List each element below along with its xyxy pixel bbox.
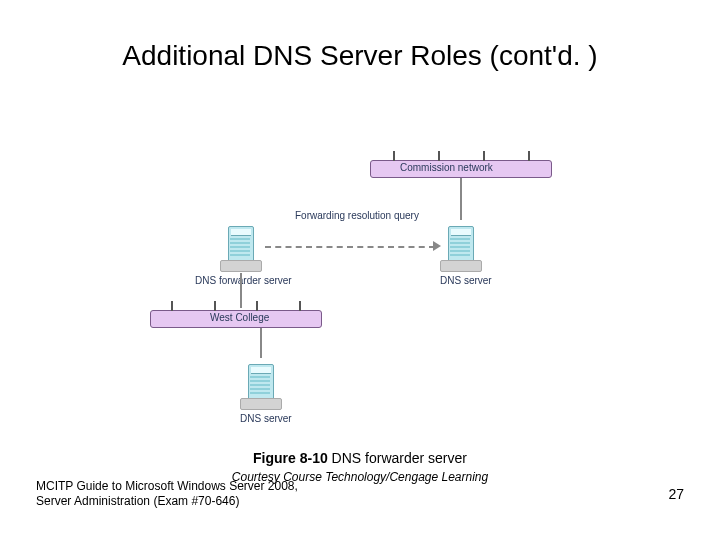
figure-caption: Figure 8-10 DNS forwarder server bbox=[0, 450, 720, 466]
dns-server-bottom-icon bbox=[240, 358, 280, 410]
page-number: 27 bbox=[668, 486, 684, 502]
forwarding-arrowhead-icon bbox=[433, 241, 441, 251]
dns-server-right-icon bbox=[440, 220, 480, 272]
dns-forwarder-server-label: DNS forwarder server bbox=[195, 275, 292, 286]
footer-line-1: MCITP Guide to Microsoft Windows Server … bbox=[36, 479, 298, 495]
figure-number: Figure 8-10 bbox=[253, 450, 332, 466]
commission-network-label: Commission network bbox=[400, 162, 493, 173]
west-college-label: West College bbox=[210, 312, 269, 323]
connector-commission-to-dns bbox=[460, 178, 462, 220]
forwarding-query-label: Forwarding resolution query bbox=[295, 210, 419, 221]
footer-citation: MCITP Guide to Microsoft Windows Server … bbox=[36, 479, 298, 510]
dns-server-right-label: DNS server bbox=[440, 275, 492, 286]
dns-server-bottom-label: DNS server bbox=[240, 413, 292, 424]
dns-forwarder-server-icon bbox=[220, 220, 260, 272]
slide-title: Additional DNS Server Roles (cont'd. ) bbox=[0, 40, 720, 72]
figure-title: DNS forwarder server bbox=[332, 450, 467, 466]
footer-line-2: Server Administration (Exam #70-646) bbox=[36, 494, 298, 510]
connector-westcollege-to-dns bbox=[260, 328, 262, 358]
forwarding-arrow bbox=[265, 246, 435, 248]
dns-forwarder-diagram: Commission network DNS server DNS forwar… bbox=[110, 140, 610, 440]
